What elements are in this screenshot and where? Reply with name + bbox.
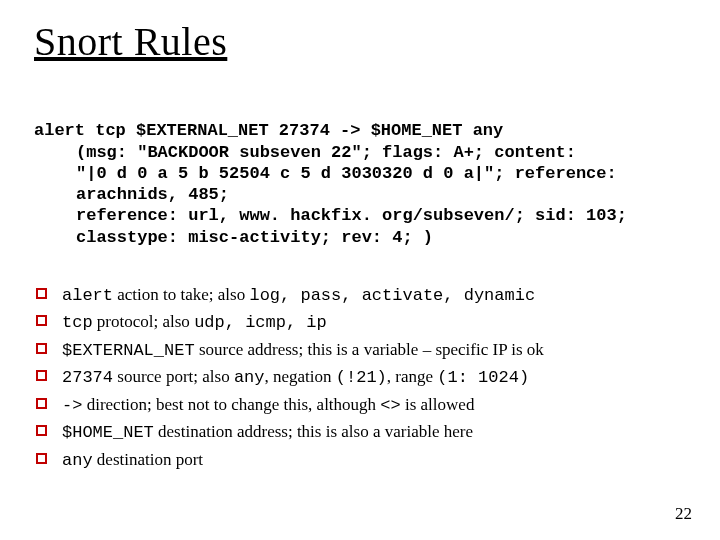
desc-text: , negation <box>264 367 335 386</box>
desc-text: destination address; this is also a vari… <box>154 422 473 441</box>
slide-title: Snort Rules <box>34 18 686 65</box>
code-line-5: classtype: misc-activity; rev: 4; ) <box>76 227 686 248</box>
desc-text: source address; this is a variable – spe… <box>195 340 544 359</box>
mono-text: (1: 1024) <box>437 368 529 387</box>
desc-text: , range <box>387 367 438 386</box>
page-number: 22 <box>675 504 692 524</box>
mono-text: any <box>234 368 265 387</box>
bullet-icon <box>36 288 47 299</box>
bullet-icon <box>36 370 47 381</box>
bullet-icon <box>36 453 47 464</box>
code-line-1: alert tcp $EXTERNAL_NET 27374 -> $HOME_N… <box>34 121 503 140</box>
mono-text: (!21) <box>336 368 387 387</box>
mono-text: log, pass, activate, dynamic <box>249 286 535 305</box>
code-line-2: (msg: "BACKDOOR subseven 22"; flags: A+;… <box>76 142 686 163</box>
desc-text: source port; also <box>113 367 234 386</box>
desc-text: destination port <box>93 450 203 469</box>
slide: Snort Rules alert tcp $EXTERNAL_NET 2737… <box>0 0 720 540</box>
list-item: $HOME_NET destination address; this is a… <box>34 419 686 446</box>
mono-text: udp, icmp, ip <box>194 313 327 332</box>
list-item: $EXTERNAL_NET source address; this is a … <box>34 337 686 364</box>
mono-text: <> <box>380 396 400 415</box>
keyword: any <box>62 451 93 470</box>
bullet-icon <box>36 315 47 326</box>
code-line-3: "|0 d 0 a 5 b 52504 c 5 d 3030320 d 0 a|… <box>76 163 686 206</box>
bullet-icon <box>36 398 47 409</box>
list-item: tcp protocol; also udp, icmp, ip <box>34 309 686 336</box>
keyword: $HOME_NET <box>62 423 154 442</box>
bullet-list: alert action to take; also log, pass, ac… <box>34 282 686 474</box>
code-line-4: reference: url, www. hackfix. org/subsev… <box>76 205 686 226</box>
list-item: alert action to take; also log, pass, ac… <box>34 282 686 309</box>
desc-text: is allowed <box>401 395 475 414</box>
desc-text: protocol; also <box>93 312 195 331</box>
keyword: 27374 <box>62 368 113 387</box>
list-item: any destination port <box>34 447 686 474</box>
desc-text: direction; best not to change this, alth… <box>82 395 380 414</box>
list-item: -> direction; best not to change this, a… <box>34 392 686 419</box>
keyword: -> <box>62 396 82 415</box>
keyword: alert <box>62 286 113 305</box>
keyword: tcp <box>62 313 93 332</box>
list-item: 27374 source port; also any, negation (!… <box>34 364 686 391</box>
keyword: $EXTERNAL_NET <box>62 341 195 360</box>
bullet-icon <box>36 425 47 436</box>
rule-code-block: alert tcp $EXTERNAL_NET 27374 -> $HOME_N… <box>34 99 686 248</box>
bullet-icon <box>36 343 47 354</box>
desc-text: action to take; also <box>113 285 249 304</box>
